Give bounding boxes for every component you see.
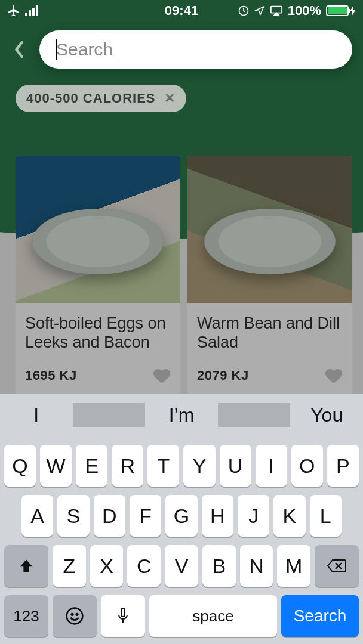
key[interactable]: P: [327, 445, 359, 487]
keyboard-row-bottom: 123 space Search: [0, 595, 363, 637]
airplay-icon: [270, 5, 283, 17]
keyboard-action-key[interactable]: Search: [281, 595, 359, 637]
key[interactable]: H: [202, 495, 233, 537]
back-button[interactable]: [6, 36, 32, 63]
key[interactable]: J: [238, 495, 269, 537]
key[interactable]: V: [165, 545, 198, 587]
orientation-lock-icon: [238, 5, 250, 17]
filter-chip-calories[interactable]: 400-500 CALORIES ✕: [16, 85, 186, 112]
backspace-key[interactable]: [315, 545, 359, 587]
favorite-button[interactable]: [153, 367, 171, 384]
keyboard-suggestions: I I’m You: [0, 394, 363, 436]
keyboard-row-3: Z X C V B N M: [0, 545, 363, 587]
key[interactable]: S: [57, 495, 89, 537]
key[interactable]: Y: [183, 445, 215, 487]
divider: [73, 403, 146, 427]
key[interactable]: K: [273, 495, 305, 537]
emoji-icon: [65, 606, 84, 626]
search-field[interactable]: [39, 30, 352, 69]
svg-point-3: [72, 614, 73, 615]
recipe-image: [16, 156, 180, 303]
recipe-card[interactable]: Warm Bean and Dill Salad 2079 KJ: [187, 156, 352, 394]
status-time: 09:41: [165, 3, 198, 18]
key[interactable]: X: [90, 545, 124, 587]
heart-icon: [325, 367, 343, 384]
key[interactable]: B: [202, 545, 236, 587]
key[interactable]: C: [127, 545, 161, 587]
suggestion[interactable]: I: [0, 404, 73, 426]
recipe-energy: 1695 KJ: [25, 368, 77, 383]
svg-rect-5: [121, 608, 125, 617]
key[interactable]: M: [277, 545, 310, 587]
chevron-left-icon: [13, 41, 25, 58]
results-grid: Soft-boiled Eggs on Leeks and Bacon 1695…: [16, 156, 352, 394]
emoji-key[interactable]: [53, 595, 97, 637]
key[interactable]: F: [130, 495, 161, 537]
key[interactable]: O: [291, 445, 323, 487]
recipe-image: [187, 156, 352, 303]
key[interactable]: D: [94, 495, 125, 537]
numbers-key[interactable]: 123: [4, 595, 48, 637]
recipe-title: Soft-boiled Eggs on Leeks and Bacon: [25, 314, 171, 352]
key[interactable]: L: [310, 495, 342, 537]
microphone-icon: [116, 606, 130, 626]
heart-icon: [153, 367, 171, 384]
recipe-title: Warm Bean and Dill Salad: [197, 314, 343, 352]
airplane-mode-icon: [7, 4, 20, 17]
keyboard: I I’m You Q W E R T Y U I O P A S D F G …: [0, 394, 363, 644]
key[interactable]: T: [147, 445, 179, 487]
keyboard-row-2: A S D F G H J K L: [0, 495, 363, 537]
backspace-icon: [327, 558, 347, 574]
shift-icon: [18, 558, 35, 574]
recipe-card[interactable]: Soft-boiled Eggs on Leeks and Bacon 1695…: [16, 156, 180, 394]
shift-key[interactable]: [4, 545, 48, 587]
key[interactable]: A: [21, 495, 53, 537]
recipe-energy: 2079 KJ: [197, 368, 249, 383]
close-icon[interactable]: ✕: [164, 92, 176, 105]
suggestion[interactable]: You: [290, 404, 363, 426]
key[interactable]: I: [256, 445, 287, 487]
key[interactable]: G: [165, 495, 197, 537]
location-icon: [254, 5, 265, 16]
filter-chip-label: 400-500 CALORIES: [26, 91, 156, 106]
favorite-button[interactable]: [325, 367, 343, 384]
key[interactable]: W: [40, 445, 72, 487]
battery-icon: [326, 5, 356, 16]
battery-percent: 100%: [288, 3, 321, 18]
keyboard-row-1: Q W E R T Y U I O P: [0, 445, 363, 487]
svg-point-2: [67, 608, 83, 624]
svg-point-4: [76, 614, 78, 615]
space-key[interactable]: space: [149, 595, 277, 637]
signal-icon: [25, 5, 38, 16]
dictation-key[interactable]: [101, 595, 145, 637]
key[interactable]: R: [112, 445, 143, 487]
key[interactable]: N: [240, 545, 273, 587]
search-input[interactable]: [56, 39, 336, 60]
divider: [218, 403, 291, 427]
svg-rect-1: [271, 7, 282, 13]
key[interactable]: Q: [4, 445, 36, 487]
key[interactable]: E: [76, 445, 107, 487]
key[interactable]: Z: [53, 545, 86, 587]
status-bar: 09:41 100%: [0, 0, 363, 21]
suggestion[interactable]: I’m: [145, 404, 218, 426]
key[interactable]: U: [220, 445, 251, 487]
